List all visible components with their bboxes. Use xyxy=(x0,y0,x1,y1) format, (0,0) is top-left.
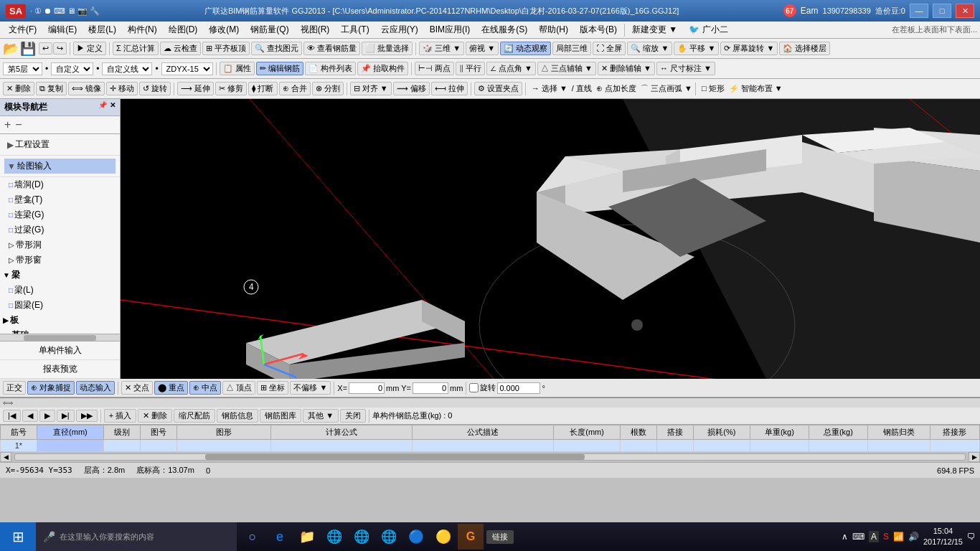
nav-next-button[interactable]: ▶ xyxy=(39,410,55,422)
cell-total-w[interactable] xyxy=(809,440,867,452)
col-diameter[interactable]: 直径(mm) xyxy=(37,425,103,440)
x-input[interactable] xyxy=(349,382,385,394)
property-button[interactable]: 📋 属性 xyxy=(220,62,255,75)
toolbar-icon-save[interactable]: 💾 xyxy=(20,41,36,57)
summary-calc-button[interactable]: Σ 汇总计算 xyxy=(113,42,159,55)
three-point-axis-button[interactable]: △ 三点辅轴 ▼ xyxy=(537,62,596,75)
scroll-right-button[interactable]: ▶ xyxy=(969,452,980,462)
orthogonal-button[interactable]: 正交 xyxy=(3,381,26,395)
redo-button[interactable]: ↪ xyxy=(53,42,67,55)
nav-prev-button[interactable]: ◀ xyxy=(22,410,38,422)
tree-group-slab[interactable]: ▶ 板 xyxy=(0,313,120,328)
tree-item-lintel[interactable]: □ 过梁(G) xyxy=(0,222,120,237)
rotate-draw-button[interactable]: ↺ 旋转 xyxy=(139,82,171,95)
menu-version[interactable]: 版本号(B) xyxy=(574,22,623,37)
pan-button[interactable]: ✋ 平移 ▼ xyxy=(674,42,719,55)
menu-new-change[interactable]: 新建变更 ▼ xyxy=(626,22,683,37)
parallel-button[interactable]: ∥ 平行 xyxy=(456,62,485,75)
nav-last-button[interactable]: ▶| xyxy=(57,410,75,422)
menu-cloud[interactable]: 云应用(Y) xyxy=(375,22,424,37)
cell-shape-num[interactable] xyxy=(140,440,176,452)
define-line-select[interactable]: 自定义线 xyxy=(102,62,152,75)
cell-length[interactable] xyxy=(554,440,621,452)
bias-button[interactable]: ⟿ 偏移 xyxy=(393,82,430,95)
scroll-thumb[interactable] xyxy=(205,454,585,460)
taskbar-edge[interactable]: e xyxy=(267,524,293,550)
cell-unit-w[interactable] xyxy=(750,440,809,452)
table-resize-handle[interactable]: ⟺ xyxy=(0,397,980,408)
view-rebar-button[interactable]: 👁 查看钢筋量 xyxy=(303,42,360,55)
menu-bim[interactable]: BIM应用(I) xyxy=(424,22,476,37)
tree-item-strip-window[interactable]: ▷ 带形窗 xyxy=(0,253,120,268)
tree-item-wall-niche[interactable]: □ 壁龛(T) xyxy=(0,192,120,207)
menu-floor[interactable]: 楼层(L) xyxy=(83,22,122,37)
fullscreen-button[interactable]: ⛶ 全屏 xyxy=(593,42,626,55)
table-row[interactable]: 1* xyxy=(1,440,980,452)
dimension-button[interactable]: ↔ 尺寸标注 ▼ xyxy=(656,62,715,75)
cell-diameter[interactable] xyxy=(37,440,103,452)
3d-button[interactable]: 🎲 三维 ▼ xyxy=(419,42,464,55)
level-top-button[interactable]: ⊞ 平齐板顶 xyxy=(202,42,250,55)
cell-shape[interactable] xyxy=(176,440,270,452)
delete-rebar-button[interactable]: ✕ 删除 xyxy=(138,409,172,423)
taskbar-browser1[interactable]: 🌐 xyxy=(321,524,347,550)
move-button[interactable]: ✛ 移动 xyxy=(106,82,138,95)
sidebar-item-project-setup[interactable]: ▶ 工程设置 xyxy=(4,137,116,152)
menu-guangxiao[interactable]: 🐦 广小二 xyxy=(683,22,733,37)
menu-service[interactable]: 在线服务(S) xyxy=(476,22,533,37)
rotate-checkbox[interactable] xyxy=(469,383,479,392)
cell-loss[interactable] xyxy=(693,440,750,452)
menu-edit[interactable]: 编辑(E) xyxy=(42,22,83,37)
taskbar-app1[interactable]: 🔵 xyxy=(403,524,429,550)
other-rebar-button[interactable]: 其他 ▼ xyxy=(303,409,339,423)
object-snap-button[interactable]: ⊕ 对象捕捉 xyxy=(27,381,75,395)
y-input[interactable] xyxy=(413,382,448,394)
trim-button[interactable]: ✂ 修剪 xyxy=(215,82,247,95)
sidebar-close-button[interactable]: ✕ xyxy=(110,101,116,113)
tree-item-wall-hole[interactable]: □ 墙洞(D) xyxy=(0,177,120,192)
vertex-button[interactable]: △ 顶点 xyxy=(222,381,255,395)
nav-first-button[interactable]: |◀ xyxy=(3,410,21,422)
sidebar-hscroll[interactable] xyxy=(0,334,120,341)
layer-select[interactable]: 第5层 xyxy=(3,62,42,75)
tree-item-strip-hole[interactable]: ▷ 带形洞 xyxy=(0,237,120,253)
scroll-track[interactable] xyxy=(14,453,966,461)
delete-draw-button[interactable]: ✕ 删除 xyxy=(3,82,34,95)
insert-rebar-button[interactable]: + 插入 xyxy=(104,409,136,423)
horizontal-scrollbar[interactable]: ◀ ▶ xyxy=(0,452,980,462)
select-floor-button[interactable]: 🏠 选择楼层 xyxy=(779,42,830,55)
no-offset-button[interactable]: 不偏移 ▼ xyxy=(290,381,331,395)
cell-formula[interactable] xyxy=(271,440,413,452)
taskbar-file-explorer[interactable]: 📁 xyxy=(294,524,320,550)
scale-rebar-button[interactable]: 缩尺配筋 xyxy=(174,409,215,423)
tray-clock[interactable]: 15:04 2017/12/15 xyxy=(923,526,963,548)
two-point-button[interactable]: ⊢⊣ 两点 xyxy=(415,62,454,75)
copy-button[interactable]: ⧉ 复制 xyxy=(36,82,67,95)
cloud-check-button[interactable]: ☁ 云检查 xyxy=(160,42,201,55)
menu-tools[interactable]: 工具(T) xyxy=(335,22,374,37)
mirror-button[interactable]: ⟺ 镜像 xyxy=(68,82,105,95)
taskbar-cortana[interactable]: ○ xyxy=(240,524,265,550)
component-list-button[interactable]: 📄 构件列表 xyxy=(305,62,356,75)
zoom-button[interactable]: 🔍 缩放 ▼ xyxy=(627,42,672,55)
taskbar-link[interactable]: 链接 xyxy=(486,530,514,544)
tree-item-round-beam[interactable]: □ 圆梁(E) xyxy=(6,298,120,313)
cell-grade[interactable] xyxy=(103,440,140,452)
taskbar-app2[interactable]: 🟡 xyxy=(430,524,456,550)
merge-button[interactable]: ⊕ 合并 xyxy=(279,82,311,95)
top-view-button[interactable]: 俯视 ▼ xyxy=(466,42,499,55)
set-fixture-button[interactable]: ⚙ 设置夹点 xyxy=(474,82,522,95)
cell-category[interactable] xyxy=(867,440,930,452)
edit-rebar-button[interactable]: ✏ 编辑钢筋 xyxy=(256,62,303,75)
define-button[interactable]: ▶ 定义 xyxy=(73,42,106,55)
start-button[interactable]: ⊞ xyxy=(0,522,36,551)
menu-file[interactable]: 文件(F) xyxy=(3,22,42,37)
pick-component-button[interactable]: 📌 抬取构件 xyxy=(357,62,408,75)
cell-count[interactable] xyxy=(621,440,657,452)
menu-component[interactable]: 构件(N) xyxy=(122,22,163,37)
rebar-info-button[interactable]: 钢筋信息 xyxy=(217,409,258,423)
local-3d-button[interactable]: 局部三维 xyxy=(552,42,591,55)
close-button[interactable]: ✕ xyxy=(956,4,974,18)
sidebar-item-drawing-input[interactable]: ▼ 绘图输入 xyxy=(4,159,116,174)
coords-button[interactable]: ⊞ 坐标 xyxy=(257,381,288,395)
